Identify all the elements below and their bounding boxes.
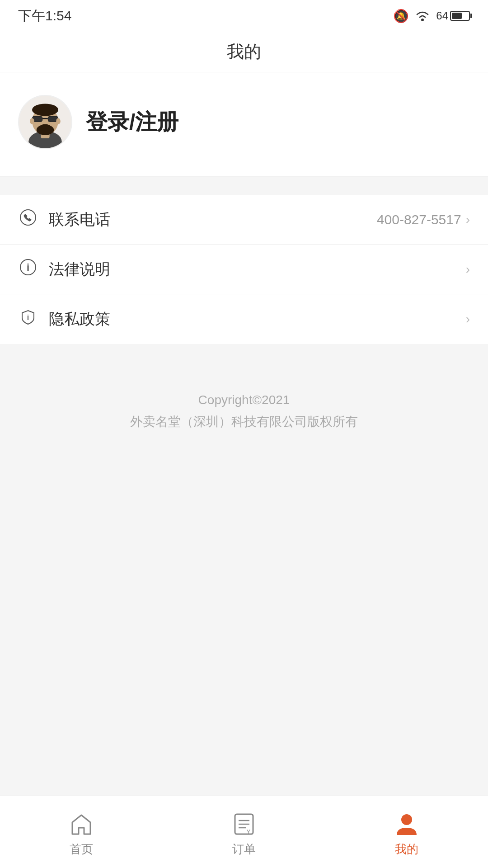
svg-point-14 [56, 118, 61, 124]
avatar [18, 95, 72, 149]
menu-item-phone-left: 联系电话 [18, 209, 110, 230]
order-icon: ¥ [231, 811, 257, 837]
login-register-text[interactable]: 登录/注册 [86, 108, 178, 137]
wifi-icon [414, 9, 431, 22]
phone-chevron-icon: › [466, 212, 470, 227]
page-header: 我的 [0, 32, 488, 72]
battery-icon [450, 11, 470, 21]
page-title: 我的 [227, 40, 261, 63]
svg-text:i: i [27, 314, 29, 321]
nav-my-label: 我的 [395, 841, 418, 857]
mute-icon: 🔕 [393, 9, 409, 24]
svg-point-24 [401, 814, 412, 825]
status-bar: 下午1:54 🔕 64 [0, 0, 488, 32]
svg-point-13 [30, 118, 34, 124]
nav-item-orders[interactable]: ¥ 订单 [163, 807, 325, 857]
menu-item-privacy[interactable]: i 隐私政策 › [0, 294, 488, 344]
legal-label: 法律说明 [49, 259, 110, 280]
copyright-section: Copyright©2021 外卖名堂（深圳）科技有限公司版权所有 [0, 380, 488, 441]
battery-indicator: 64 [436, 9, 470, 22]
menu-item-phone[interactable]: 联系电话 400-827-5517 › [0, 195, 488, 245]
phone-label: 联系电话 [49, 209, 110, 230]
menu-section: 联系电话 400-827-5517 › i 法律说明 › [0, 195, 488, 344]
menu-item-phone-right: 400-827-5517 › [377, 212, 470, 227]
home-icon [69, 811, 94, 837]
my-icon [394, 811, 419, 837]
menu-item-legal-left: i 法律说明 [18, 259, 110, 280]
svg-text:i: i [27, 262, 29, 273]
nav-item-home[interactable]: 首页 [0, 807, 163, 857]
status-icons: 🔕 64 [393, 9, 470, 24]
copyright-line1: Copyright©2021 [9, 389, 479, 411]
phone-icon [18, 209, 38, 230]
shield-icon: i [18, 309, 38, 330]
menu-item-legal[interactable]: i 法律说明 › [0, 245, 488, 294]
svg-point-12 [40, 124, 50, 129]
legal-icon: i [18, 259, 38, 280]
bottom-nav: 首页 ¥ 订单 我的 [0, 796, 488, 868]
status-time: 下午1:54 [18, 7, 71, 25]
privacy-chevron-icon: › [466, 312, 470, 326]
svg-point-0 [421, 19, 424, 21]
phone-value: 400-827-5517 [377, 212, 461, 227]
menu-item-privacy-right: › [466, 312, 470, 326]
nav-item-my[interactable]: 我的 [325, 807, 488, 857]
menu-item-privacy-left: i 隐私政策 [18, 309, 110, 330]
battery-level: 64 [436, 9, 448, 22]
profile-section[interactable]: 登录/注册 [0, 72, 488, 177]
legal-chevron-icon: › [466, 262, 470, 277]
svg-point-5 [32, 104, 58, 116]
svg-text:¥: ¥ [246, 828, 250, 835]
copyright-line2: 外卖名堂（深圳）科技有限公司版权所有 [9, 411, 479, 433]
privacy-label: 隐私政策 [49, 309, 110, 330]
nav-orders-label: 订单 [232, 841, 256, 857]
svg-point-15 [20, 210, 36, 225]
nav-home-label: 首页 [70, 841, 93, 857]
menu-item-legal-right: › [466, 262, 470, 277]
